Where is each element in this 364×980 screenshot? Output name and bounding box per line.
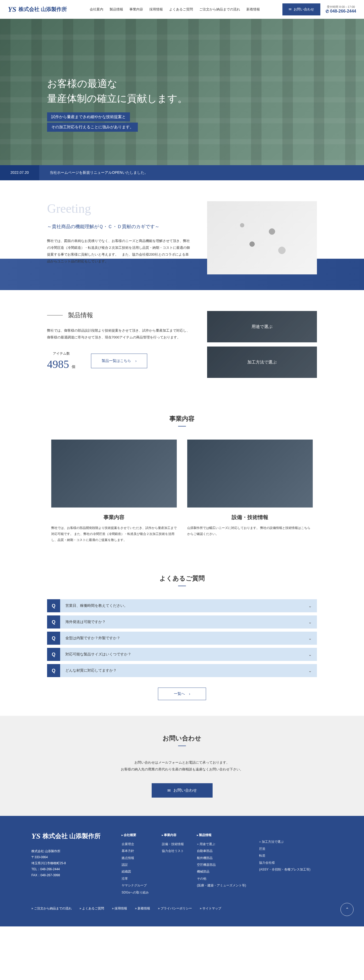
nav-recruit[interactable]: 採用情報 xyxy=(149,7,163,12)
faq-q-badge: Q xyxy=(47,648,60,661)
products-cards: 用途で選ぶ 加工方法で選ぶ xyxy=(207,311,317,378)
footer-logo-block: YS 株式会社 山添製作所 株式会社 山添製作所 〒333-0864 埼玉県川口… xyxy=(31,832,101,896)
footer-link[interactable]: 設備・技術情報 xyxy=(162,841,184,848)
nav-company[interactable]: 会社案内 xyxy=(90,7,103,12)
footer-link[interactable]: 空圧機器部品 xyxy=(197,861,246,868)
header: YS 株式会社 山添製作所 会社案内 製品情報 事業内容 採用情報 よくあるご質… xyxy=(0,0,364,19)
logo-mark: YS xyxy=(8,5,16,14)
header-right: ✉ お問い合わせ 受付時間 8:00～17:00 ✆ 048-266-2444 xyxy=(283,3,356,16)
footer-link[interactable]: 拠点情報 xyxy=(121,854,149,861)
logo[interactable]: YS 株式会社 山添製作所 xyxy=(8,5,67,14)
nav-news[interactable]: 新着情報 xyxy=(246,7,260,12)
product-card-method[interactable]: 加工方法で選ぶ xyxy=(207,347,317,378)
contact-section: お問い合わせ お問い合わせはメールフォームとお電話にて承っております。 お客様の… xyxy=(0,716,364,816)
footer-top: YS 株式会社 山添製作所 株式会社 山添製作所 〒333-0864 埼玉県川口… xyxy=(31,832,333,896)
footer-link[interactable]: (ASSY・全切削・各種プレス加工等) xyxy=(259,866,310,873)
faq-item[interactable]: Q 金型は内製ですか？外製ですか？ ⌄ xyxy=(47,632,317,645)
footer-col-title[interactable]: 事業内容 xyxy=(162,832,184,838)
footer-link[interactable]: 転造 xyxy=(259,852,310,859)
header-contact-button[interactable]: ✉ お問い合わせ xyxy=(283,3,320,16)
product-list-label: 製品一覧はこちら xyxy=(102,358,131,363)
product-card-label: 用途で選ぶ xyxy=(252,324,273,329)
news-date: 2022.07.20 xyxy=(0,165,39,180)
footer-sublink[interactable]: 加工方法で選ぶ xyxy=(259,838,310,845)
item-count-block: アイテム数 4985 個 xyxy=(47,351,75,371)
footer-bottom-link[interactable]: プライバシーポリシー xyxy=(158,906,192,911)
footer-link[interactable]: 機械部品 xyxy=(197,868,246,875)
nav-faq[interactable]: よくあるご質問 xyxy=(169,7,193,12)
faq-question-text: 金型は内製ですか？外製ですか？ xyxy=(60,636,303,641)
faq-item[interactable]: Q 海外発送は可能ですか？ ⌄ xyxy=(47,616,317,628)
chevron-down-icon: ⌄ xyxy=(303,636,317,641)
hero-content: お客様の最適な 量産体制の確立に貢献します。 試作から量産まできめ細やかな技術提… xyxy=(47,76,187,133)
footer-bottom-link[interactable]: ご注文から納品までの流れ xyxy=(31,906,72,911)
footer-link[interactable]: 認証 xyxy=(121,861,149,868)
faq-item[interactable]: Q どんな材質に対応してますか？ ⌄ xyxy=(47,664,317,677)
footer-link[interactable]: (医療・建築・アミューズメント等) xyxy=(197,882,246,889)
footer-bottom-link[interactable]: よくあるご質問 xyxy=(80,906,104,911)
nav-flow[interactable]: ご注文から納品までの流れ xyxy=(199,7,240,12)
product-list-button[interactable]: 製品一覧はこちら › xyxy=(91,353,147,368)
products-heading: 製品情報 xyxy=(47,311,192,319)
faq-list: Q 営業日、稼働時間を教えてください。 ⌄ Q 海外発送は可能ですか？ ⌄ Q … xyxy=(47,599,317,677)
logo-company-name: 株式会社 山添製作所 xyxy=(43,832,101,840)
footer-link[interactable]: 基本方針 xyxy=(121,848,149,854)
hero-sub-line2: その加工対応を行えることに強みがあります。 xyxy=(47,123,138,132)
faq-item[interactable]: Q 対応可能な製品サイズはいくつですか？ ⌄ xyxy=(47,648,317,661)
footer-bottom-link[interactable]: 新着情報 xyxy=(135,906,150,911)
footer-tel: TEL：048-266-2444 xyxy=(31,866,101,872)
footer-col-title[interactable]: 製品情報 xyxy=(197,832,246,838)
footer-link[interactable]: 沿革 xyxy=(121,875,149,882)
faq-more-button[interactable]: 一覧へ › xyxy=(158,687,206,700)
business-image-2 xyxy=(187,439,313,508)
logo-company-name: 株式会社 山添製作所 xyxy=(19,6,67,13)
footer-link[interactable]: 圧造 xyxy=(259,845,310,852)
faq-q-badge: Q xyxy=(47,664,60,677)
title-underline xyxy=(178,426,186,426)
scroll-to-top-button[interactable]: ⌃ xyxy=(340,903,354,916)
footer-postal: 〒333-0864 xyxy=(31,854,101,860)
products-stats: アイテム数 4985 個 製品一覧はこちら › xyxy=(47,351,192,371)
footer-bottom-link[interactable]: 採用情報 xyxy=(112,906,127,911)
products-text: 製品情報 弊社では、御客様の部品設計段階より技術提案をさせて頂き、試作から量産加… xyxy=(47,311,192,378)
footer-link[interactable]: 協力会社リスト xyxy=(162,848,184,854)
faq-question-text: 営業日、稼働時間を教えてください。 xyxy=(60,603,303,608)
footer-link[interactable]: その他 xyxy=(197,875,246,882)
main-nav: 会社案内 製品情報 事業内容 採用情報 よくあるご質問 ご注文から納品までの流れ… xyxy=(90,7,260,12)
nav-business[interactable]: 事業内容 xyxy=(129,7,143,12)
footer-link[interactable]: 企業理念 xyxy=(121,841,149,848)
chevron-down-icon: ⌄ xyxy=(303,620,317,625)
footer-bottom-link[interactable]: サイトマップ xyxy=(200,906,221,911)
footer-logo[interactable]: YS 株式会社 山添製作所 xyxy=(31,832,101,840)
greeting-text: Greeting ～貴社商品の機能理解がＱ・Ｃ・Ｄ貢献のカギです～ 弊社では、図… xyxy=(47,201,192,265)
footer-col-title[interactable]: 会社概要 xyxy=(121,832,149,838)
news-bar[interactable]: 2022.07.20 当社ホームページを新規リニューアルOPENいたしました。 xyxy=(0,165,364,180)
contact-button[interactable]: ✉ お問い合わせ xyxy=(152,783,212,798)
footer-col-business: 事業内容 設備・技術情報 協力会社リスト xyxy=(162,832,184,896)
hero-sub-line1: 試作から量産まできめ細やかな技術提案と xyxy=(47,112,130,121)
footer-columns: 会社概要 企業理念 基本方針 拠点情報 認証 組織図 沿革 ヤマシナグループ S… xyxy=(121,832,333,896)
footer-col-products: 製品情報 用途で選ぶ 自動車部品 船外機部品 空圧機器部品 機械部品 その他 (… xyxy=(197,832,246,896)
footer-link[interactable]: 船外機部品 xyxy=(197,854,246,861)
footer-link[interactable]: 組織図 xyxy=(121,868,149,875)
item-count-unit: 個 xyxy=(72,364,75,369)
product-card-usage[interactable]: 用途で選ぶ xyxy=(207,311,317,342)
business-card-2-title: 設備・技術情報 xyxy=(187,514,313,521)
footer-link[interactable]: 協力会社様 xyxy=(259,859,310,866)
chevron-down-icon: ⌄ xyxy=(303,668,317,673)
hero-title-line1: お客様の最適な xyxy=(47,78,117,89)
chevron-down-icon: ⌄ xyxy=(303,652,317,657)
nav-products[interactable]: 製品情報 xyxy=(110,7,123,12)
phone-number[interactable]: ✆ 048-266-2444 xyxy=(326,9,356,14)
business-card-2[interactable]: 設備・技術情報 山添製作所では幅広いニーズに対応しております。 弊社の設備情報と… xyxy=(187,439,313,543)
footer-sublink[interactable]: 用途で選ぶ xyxy=(197,841,246,848)
business-card-1-title: 事業内容 xyxy=(51,514,177,521)
footer-link[interactable]: 自動車部品 xyxy=(197,848,246,854)
business-card-1[interactable]: 事業内容 弊社では、お客様の部品開発段階より技術提案をさせていただき、試作から量… xyxy=(51,439,177,543)
footer-company-name: 株式会社 山添製作所 xyxy=(31,848,101,854)
faq-item[interactable]: Q 営業日、稼働時間を教えてください。 ⌄ xyxy=(47,599,317,612)
footer-link[interactable]: ヤマシナグループ xyxy=(121,882,149,889)
faq-q-badge: Q xyxy=(47,599,60,612)
footer-link[interactable]: SDGsへの取り組み xyxy=(121,889,149,896)
footer-col-company: 会社概要 企業理念 基本方針 拠点情報 認証 組織図 沿革 ヤマシナグループ S… xyxy=(121,832,149,896)
